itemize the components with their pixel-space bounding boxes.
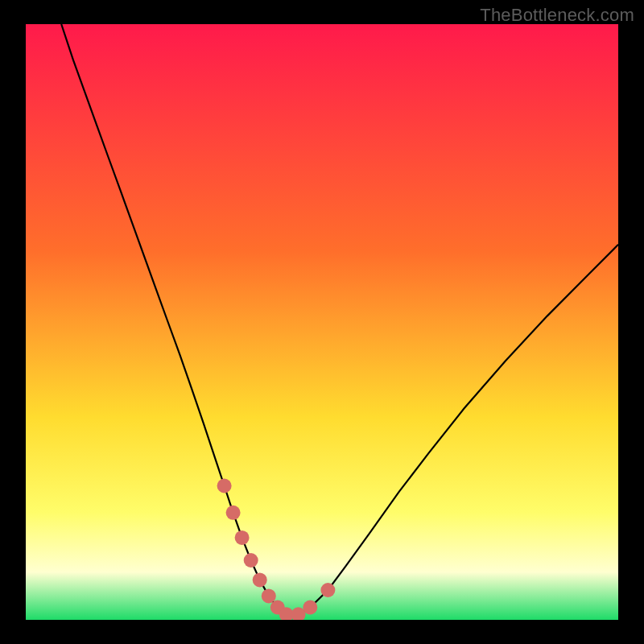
gradient-background	[26, 24, 618, 620]
chart-plot	[26, 24, 618, 620]
valley-marker	[253, 572, 267, 587]
valley-marker	[303, 601, 317, 615]
valley-marker	[235, 530, 250, 545]
chart-frame: TheBottleneck.com	[0, 0, 644, 644]
watermark-text: TheBottleneck.com	[480, 5, 634, 26]
valley-marker	[217, 479, 232, 493]
valley-marker	[226, 506, 241, 520]
valley-marker	[262, 588, 276, 603]
valley-marker	[244, 553, 258, 568]
valley-marker	[320, 583, 335, 597]
